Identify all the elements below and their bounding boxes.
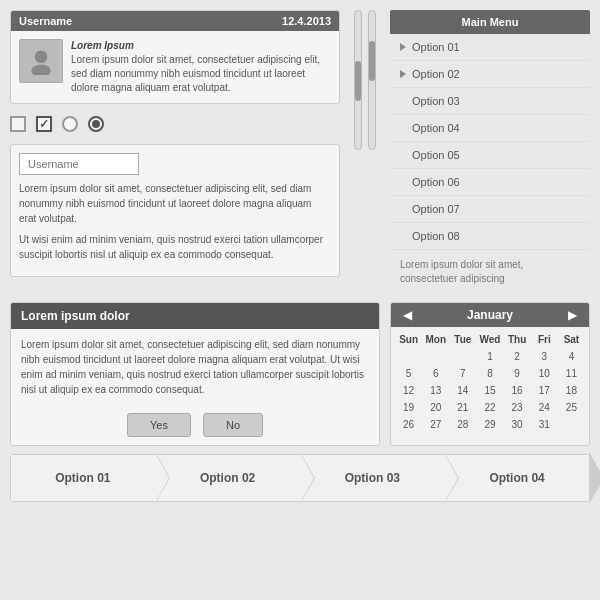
- menu-item-label: Option 07: [412, 203, 460, 215]
- profile-card-header: Username 12.4.2013: [11, 11, 339, 31]
- nav-arrow-icon: [300, 454, 313, 502]
- cal-day-cell: [449, 348, 476, 365]
- profile-username: Username: [19, 15, 72, 27]
- menu-item-4[interactable]: Option 04: [390, 115, 590, 142]
- no-button[interactable]: No: [203, 413, 263, 437]
- cal-day-cell[interactable]: 30: [504, 416, 531, 433]
- cal-day-cell: [395, 348, 422, 365]
- menu-item-label: Option 02: [412, 68, 460, 80]
- bottom-nav-item-4[interactable]: Option 04: [445, 455, 589, 501]
- cal-week-row: 1234: [395, 348, 585, 365]
- cal-day-cell[interactable]: 8: [476, 365, 503, 382]
- radio-unchecked[interactable]: [62, 116, 78, 132]
- cal-day-header: Wed: [476, 331, 503, 348]
- bottom-nav: Option 01Option 02Option 03Option 04: [10, 454, 590, 502]
- cal-day-cell[interactable]: 16: [504, 382, 531, 399]
- bottom-nav-label: Option 02: [200, 471, 255, 485]
- cal-day-cell[interactable]: 11: [558, 365, 585, 382]
- radio-checked[interactable]: [88, 116, 104, 132]
- bottom-nav-item-1[interactable]: Option 01: [11, 455, 156, 501]
- radio-dot: [92, 120, 100, 128]
- nav-arrow-border-icon: [300, 453, 314, 503]
- cal-day-cell[interactable]: 2: [504, 348, 531, 365]
- menu-arrow-icon: [400, 70, 406, 78]
- calendar-panel: ◀ January ▶ SunMonTueWedThuFriSat1234567…: [390, 302, 590, 446]
- cal-day-cell[interactable]: 15: [476, 382, 503, 399]
- menu-item-label: Option 05: [412, 149, 460, 161]
- cal-day-cell[interactable]: 29: [476, 416, 503, 433]
- nav-arrow-icon: [444, 454, 457, 502]
- menu-panel: Main Menu Option 01Option 02Option 03Opt…: [390, 10, 590, 294]
- cal-day-cell[interactable]: 24: [531, 399, 558, 416]
- cal-week-row: 19202122232425: [395, 399, 585, 416]
- dialog-footer: Yes No: [11, 405, 379, 445]
- bottom-nav-item-3[interactable]: Option 03: [301, 455, 446, 501]
- yes-button[interactable]: Yes: [127, 413, 191, 437]
- cal-prev-button[interactable]: ◀: [399, 308, 416, 322]
- nav-arrow-border-icon: [155, 453, 169, 503]
- menu-item-2[interactable]: Option 02: [390, 61, 590, 88]
- menu-item-8[interactable]: Option 08: [390, 223, 590, 250]
- scroll-thumb-1[interactable]: [355, 61, 361, 101]
- menu-item-label: Option 01: [412, 41, 460, 53]
- cal-day-cell[interactable]: 23: [504, 399, 531, 416]
- cal-day-cell[interactable]: 10: [531, 365, 558, 382]
- scroll-thumb-2[interactable]: [369, 41, 375, 81]
- cal-day-cell[interactable]: 1: [476, 348, 503, 365]
- checkbox-unchecked[interactable]: [10, 116, 26, 132]
- calendar-grid: SunMonTueWedThuFriSat1234567891011121314…: [391, 327, 589, 437]
- scroll-visual: [350, 10, 380, 294]
- cal-day-cell[interactable]: 4: [558, 348, 585, 365]
- cal-day-cell[interactable]: 19: [395, 399, 422, 416]
- cal-day-cell[interactable]: 26: [395, 416, 422, 433]
- cal-day-cell[interactable]: 31: [531, 416, 558, 433]
- username-input[interactable]: [19, 153, 139, 175]
- cal-day-cell[interactable]: 25: [558, 399, 585, 416]
- avatar: [19, 39, 63, 83]
- cal-day-cell[interactable]: 27: [422, 416, 449, 433]
- menu-item-3[interactable]: Option 03: [390, 88, 590, 115]
- checkbox-checked[interactable]: ✓: [36, 116, 52, 132]
- menu-item-1[interactable]: Option 01: [390, 34, 590, 61]
- text-para1: Lorem ipsum dolor sit amet, consectetuer…: [19, 181, 331, 226]
- cal-next-button[interactable]: ▶: [564, 308, 581, 322]
- bottom-nav-item-2[interactable]: Option 02: [156, 455, 301, 501]
- profile-text: Lorem Ipsum Lorem ipsum dolor sit amet, …: [71, 39, 331, 95]
- cal-day-cell[interactable]: 28: [449, 416, 476, 433]
- cal-day-cell[interactable]: 6: [422, 365, 449, 382]
- cal-today: 9: [506, 368, 529, 379]
- menu-item-label: Option 06: [412, 176, 460, 188]
- menu-item-label: Option 08: [412, 230, 460, 242]
- cal-day-cell[interactable]: 22: [476, 399, 503, 416]
- menu-item-label: Option 04: [412, 122, 460, 134]
- dialog-body: Lorem ipsum dolor sit amet, consectetuer…: [11, 329, 379, 405]
- menu-item-5[interactable]: Option 05: [390, 142, 590, 169]
- cal-day-cell[interactable]: 17: [531, 382, 558, 399]
- menu-item-6[interactable]: Option 06: [390, 169, 590, 196]
- scroll-track-1[interactable]: [354, 10, 362, 150]
- cal-day-cell[interactable]: 14: [449, 382, 476, 399]
- cal-week-row: 262728293031: [395, 416, 585, 433]
- cal-day-header: Thu: [504, 331, 531, 348]
- cal-day-cell[interactable]: 18: [558, 382, 585, 399]
- cal-day-cell[interactable]: 9: [504, 365, 531, 382]
- cal-day-cell[interactable]: 20: [422, 399, 449, 416]
- menu-item-7[interactable]: Option 07: [390, 196, 590, 223]
- cal-day-cell[interactable]: 3: [531, 348, 558, 365]
- cal-day-header: Mon: [422, 331, 449, 348]
- cal-day-cell[interactable]: 12: [395, 382, 422, 399]
- cal-day-cell[interactable]: 21: [449, 399, 476, 416]
- cal-day-cell[interactable]: 13: [422, 382, 449, 399]
- scroll-track-2[interactable]: [368, 10, 376, 150]
- menu-footer: Lorem ipsum dolor sit amet, consectetuer…: [390, 250, 590, 294]
- cal-day-cell[interactable]: 7: [449, 365, 476, 382]
- profile-date: 12.4.2013: [282, 15, 331, 27]
- menu-item-label: Option 03: [412, 95, 460, 107]
- nav-arrow-icon: [155, 454, 168, 502]
- dialog-header: Lorem ipsum dolor: [11, 303, 379, 329]
- svg-point-0: [35, 51, 48, 64]
- profile-card: Username 12.4.2013 Lorem Ipsum Lorem ips…: [10, 10, 340, 104]
- cal-day-cell[interactable]: 5: [395, 365, 422, 382]
- lorem-title: Lorem Ipsum: [71, 39, 331, 53]
- user-icon: [27, 47, 55, 75]
